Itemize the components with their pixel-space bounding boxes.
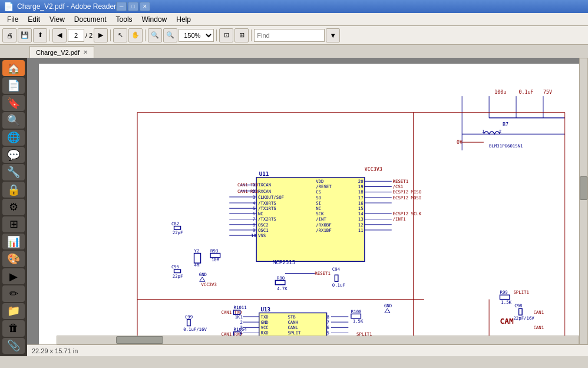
svg-text:2: 2: [499, 129, 501, 134]
sidebar-icon-search[interactable]: 🔍: [2, 112, 25, 128]
svg-marker-153: [385, 308, 390, 313]
svg-rect-87: [174, 226, 181, 230]
sidebar-icon-comments[interactable]: 💬: [2, 147, 25, 163]
save-button[interactable]: 💾: [18, 28, 32, 42]
svg-text:SCK: SCK: [316, 211, 324, 216]
close-button[interactable]: ✕: [140, 2, 150, 11]
menu-edit[interactable]: Edit: [23, 14, 45, 25]
sidebar-icon-calc[interactable]: 📊: [2, 234, 25, 249]
sidebar-icon-share[interactable]: 🔧: [2, 164, 25, 180]
scrollbar-horizontal[interactable]: [57, 336, 579, 344]
scrollbar-v-thumb[interactable]: [580, 176, 587, 200]
scrollbar-h-thumb[interactable]: [116, 336, 163, 344]
menu-document[interactable]: Document: [70, 14, 111, 25]
svg-text:CAN1: CAN1: [533, 325, 544, 330]
svg-text:SI: SI: [316, 201, 321, 206]
svg-text:0.1uF: 0.1uF: [332, 282, 345, 288]
sidebar-icon-tools[interactable]: 🌐: [2, 130, 25, 146]
tab-bar: Charge_V2.pdf ✕: [0, 45, 588, 58]
svg-text:18: 18: [358, 189, 364, 195]
svg-text:GND: GND: [384, 303, 392, 308]
svg-text:100u: 100u: [494, 89, 506, 95]
zoom-in[interactable]: 🔍: [163, 28, 177, 42]
sidebar-icon-home[interactable]: 🏠: [2, 60, 25, 76]
select-tool[interactable]: ↖: [113, 28, 127, 42]
svg-marker-99: [200, 277, 205, 281]
print-button[interactable]: 🖨: [2, 28, 16, 42]
toolbar-btn-3[interactable]: ⬆: [33, 28, 47, 42]
menu-view[interactable]: View: [45, 14, 70, 25]
svg-text:17: 17: [358, 195, 364, 201]
svg-text:R90: R90: [277, 275, 285, 281]
tab-label: Charge_V2.pdf: [36, 49, 80, 56]
toolbar: 🖨 💾 ⬆ ◀ 2 / 2 ▶ ↖ ✋ 🔍 🔍 150% 100% 200% ⊡…: [0, 26, 588, 45]
menu-help[interactable]: Help: [171, 14, 196, 25]
minimize-button[interactable]: ─: [116, 2, 127, 11]
svg-text:GND: GND: [260, 320, 268, 325]
tab-close-button[interactable]: ✕: [83, 49, 88, 55]
pdf-area[interactable]: 100u 0.1uF 75V B7 0V BLM31PG601SN1: [27, 58, 588, 356]
find-dropdown[interactable]: ▼: [326, 28, 340, 42]
zoom-out[interactable]: 🔍: [148, 28, 162, 42]
sidebar-icon-security[interactable]: 🔒: [2, 182, 25, 198]
separator-3: [145, 29, 146, 41]
sidebar-icon-pages[interactable]: 📄: [2, 77, 25, 93]
svg-text:GND: GND: [199, 272, 207, 277]
maximize-button[interactable]: □: [128, 2, 138, 11]
svg-text:16: 16: [358, 201, 364, 206]
svg-text:1: 1: [482, 129, 484, 134]
svg-text:CLKOUT/SOF: CLKOUT/SOF: [258, 195, 284, 200]
svg-text:VCC3V3: VCC3V3: [365, 166, 382, 172]
scrollbar-vertical[interactable]: [579, 58, 588, 344]
find-input[interactable]: [254, 29, 325, 42]
menu-tools[interactable]: Tools: [111, 14, 137, 25]
sidebar-icon-folder[interactable]: 📁: [2, 303, 25, 319]
svg-text:4.7K: 4.7K: [277, 286, 288, 291]
sidebar-icon-paint[interactable]: 🎨: [2, 251, 25, 267]
svg-text:12: 12: [358, 222, 364, 228]
separator-2: [110, 29, 111, 41]
svg-text:/TX1RTS: /TX1RTS: [258, 206, 276, 211]
sidebar-icon-attach[interactable]: 📎: [2, 338, 25, 354]
svg-text:RESET1: RESET1: [393, 179, 408, 184]
page-number-input[interactable]: 2: [68, 29, 84, 42]
sidebar-icon-pen[interactable]: ✏: [2, 285, 25, 301]
next-page-button[interactable]: ▶: [94, 28, 108, 42]
sidebar-icon-terminal[interactable]: ⊞: [2, 216, 25, 232]
sidebar-icon-media[interactable]: ▶: [2, 268, 25, 284]
menu-window[interactable]: Window: [137, 14, 172, 25]
hand-tool[interactable]: ✋: [128, 28, 143, 42]
tab-charge-v2[interactable]: Charge_V2.pdf ✕: [29, 46, 94, 58]
svg-text:STB: STB: [288, 314, 296, 320]
svg-text:/RX1BF: /RX1BF: [316, 228, 331, 233]
svg-text:R100: R100: [351, 309, 362, 314]
svg-rect-107: [335, 275, 338, 281]
svg-text:8: 8: [327, 314, 329, 320]
svg-text:19: 19: [358, 184, 364, 189]
svg-text:/TX0RTS: /TX0RTS: [258, 201, 276, 206]
svg-rect-90: [194, 253, 201, 263]
zoom-select[interactable]: 150% 100% 200%: [179, 29, 214, 42]
svg-text:0.1uF/16V: 0.1uF/16V: [183, 327, 207, 332]
svg-text:75V: 75V: [543, 89, 552, 95]
sidebar-icon-trash[interactable]: 🗑: [2, 320, 25, 336]
svg-text:/RESET: /RESET: [316, 184, 332, 189]
menu-file[interactable]: File: [2, 14, 23, 25]
cam-label: CAM: [500, 317, 513, 326]
svg-text:RXCAN: RXCAN: [258, 189, 271, 194]
title-bar: 📄 Charge_V2.pdf - Adobe Reader ─ □ ✕: [0, 0, 588, 13]
fit-page-button[interactable]: ⊡: [219, 28, 233, 42]
svg-text:5: 5: [327, 330, 329, 336]
prev-page-button[interactable]: ◀: [52, 28, 67, 42]
sidebar-icon-settings[interactable]: ⚙: [2, 199, 25, 215]
svg-text:1.5K: 1.5K: [501, 300, 511, 305]
sidebar: 🏠 📄 🔖 🔍 🌐 💬 🔧 🔒 ⚙ ⊞ 📊 🎨 ▶ ✏ 📁 🗑 📎: [0, 58, 27, 356]
sidebar-icon-bookmarks[interactable]: 🔖: [2, 95, 25, 111]
fit-width-button[interactable]: ⊞: [234, 28, 249, 42]
svg-text:ECSPI2 SCLK: ECSPI2 SCLK: [393, 211, 422, 216]
svg-text:10M: 10M: [212, 257, 220, 262]
svg-text:SPLIT1: SPLIT1: [513, 290, 528, 295]
svg-text:C94: C94: [332, 267, 341, 272]
svg-text:14: 14: [358, 211, 364, 216]
svg-text:OSC1: OSC1: [258, 228, 269, 233]
